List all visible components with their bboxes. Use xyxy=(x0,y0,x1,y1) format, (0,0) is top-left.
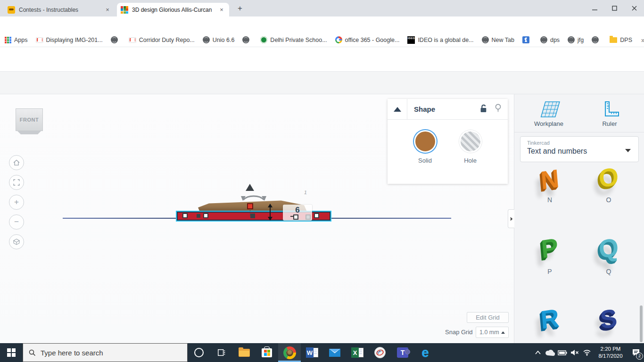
solid-color-swatch[interactable] xyxy=(414,130,437,153)
bookmark-item[interactable]: Corridor Duty Repo... xyxy=(129,37,195,43)
volume-muted-icon[interactable] xyxy=(569,343,581,362)
ruler-tool[interactable] xyxy=(602,100,620,121)
shape-letter-p[interactable]: P xyxy=(526,229,573,267)
taskbar-snipping-tool[interactable] xyxy=(369,343,391,362)
hole-option[interactable]: Hole xyxy=(459,130,482,164)
chevron-right-icon xyxy=(509,217,512,220)
start-button[interactable] xyxy=(0,343,23,362)
bookmark-item[interactable] xyxy=(111,36,121,43)
bookmark-item[interactable]: dps xyxy=(540,36,560,43)
apps-grid-icon xyxy=(5,37,11,43)
task-view-icon xyxy=(217,348,226,357)
view-cube[interactable]: FRONT xyxy=(16,108,43,131)
instructables-favicon-icon xyxy=(8,6,15,14)
taskbar-search[interactable] xyxy=(23,343,188,362)
hole-swatch[interactable] xyxy=(459,130,482,153)
shape-letter-o[interactable]: O xyxy=(585,158,632,196)
panel-collapse-handle[interactable] xyxy=(508,209,514,228)
snap-grid-dropdown[interactable]: 1.0 mm xyxy=(476,327,509,338)
collapse-panel-button[interactable] xyxy=(388,99,407,120)
taskbar-chrome-active[interactable] xyxy=(278,343,301,362)
panel-tools-row: Workplane Ruler xyxy=(514,94,644,132)
windows-logo-icon xyxy=(7,348,16,357)
tab-tinkercad[interactable]: 3D design Glorious Allis-Curcan × xyxy=(117,3,229,16)
scale-handle[interactable] xyxy=(314,213,319,218)
bird-icon xyxy=(522,36,529,43)
taskbar-store[interactable] xyxy=(256,343,278,362)
zoom-out-button[interactable]: − xyxy=(9,214,24,230)
zoom-in-button[interactable]: + xyxy=(9,195,24,210)
fit-view-button[interactable] xyxy=(9,175,24,190)
folder-icon xyxy=(610,37,617,43)
window-minimize-button[interactable] xyxy=(585,0,604,16)
top-scale-handle[interactable] xyxy=(247,203,253,209)
search-input[interactable] xyxy=(41,349,173,357)
onedrive-icon[interactable] xyxy=(544,343,556,362)
workplane-label: Workplane xyxy=(525,120,572,127)
new-tab-button[interactable]: + xyxy=(235,3,245,14)
globe-icon xyxy=(540,36,547,43)
bookmark-item[interactable]: Displaying IMG-201... xyxy=(36,37,103,43)
home-view-button[interactable] xyxy=(9,155,24,170)
shape-label: N xyxy=(526,196,573,204)
solid-option[interactable]: Solid xyxy=(414,130,437,164)
height-arrow[interactable] xyxy=(266,204,274,222)
scale-handle[interactable] xyxy=(203,213,208,218)
window-maximize-button[interactable] xyxy=(604,0,624,16)
rotate-handle[interactable] xyxy=(239,191,268,204)
perspective-toggle-button[interactable] xyxy=(9,234,24,249)
bookmark-item[interactable] xyxy=(522,36,532,43)
taskbar-clock[interactable]: 2:20 PM 8/17/2020 xyxy=(595,346,626,360)
cortana-button[interactable] xyxy=(188,343,210,362)
taskbar-teams[interactable]: T xyxy=(391,343,414,362)
midpoint-handle[interactable] xyxy=(197,214,200,218)
lightbulb-icon[interactable] xyxy=(494,103,502,115)
workplane-tool[interactable] xyxy=(539,100,560,122)
taskbar-edge[interactable]: e xyxy=(414,343,437,362)
action-center-button[interactable]: 2 xyxy=(628,343,644,362)
bookmark-item[interactable]: IDEOIDEO is a global de... xyxy=(407,36,473,44)
snipping-tool-icon xyxy=(374,347,386,358)
wifi-icon[interactable] xyxy=(581,343,593,362)
scale-handle[interactable] xyxy=(293,214,298,220)
bookmark-folder-dps[interactable]: DPS xyxy=(610,37,632,43)
system-tray: 2:20 PM 8/17/2020 2 xyxy=(532,343,644,362)
taskbar-excel[interactable]: X xyxy=(346,343,369,362)
taskbar-mail[interactable] xyxy=(323,343,346,362)
taskbar-file-explorer[interactable] xyxy=(233,343,256,362)
shape-letter-q[interactable]: Q xyxy=(585,229,632,267)
edit-grid-button[interactable]: Edit Grid xyxy=(467,312,509,323)
shape-letter-n[interactable]: N xyxy=(526,160,573,198)
shape-letter-r[interactable]: R xyxy=(526,300,573,337)
bookmark-item[interactable]: office 365 - Google... xyxy=(335,36,400,43)
midpoint-handle[interactable] xyxy=(250,214,255,218)
bookmark-apps[interactable]: Apps xyxy=(5,37,28,43)
battery-icon[interactable] xyxy=(556,343,569,362)
bookmarks-overflow-icon[interactable]: » xyxy=(641,36,644,44)
tab-close-icon[interactable]: × xyxy=(104,6,111,14)
bookmark-item[interactable] xyxy=(242,36,252,43)
scale-handle[interactable] xyxy=(305,214,311,220)
bookmark-item[interactable]: Delhi Private Schoo... xyxy=(260,36,327,43)
tab-instructables[interactable]: Contests - Instructables × xyxy=(4,3,115,16)
ruler-label: Ruler xyxy=(586,120,633,127)
raise-cone-handle[interactable] xyxy=(246,180,254,191)
task-view-button[interactable] xyxy=(210,343,233,362)
excel-icon: X xyxy=(351,347,363,358)
panel-scrollbar[interactable] xyxy=(640,305,643,342)
globe-icon xyxy=(203,36,210,43)
word-icon: W xyxy=(306,347,318,358)
bookmark-item[interactable]: jfg xyxy=(568,36,584,43)
tray-chevron-icon[interactable] xyxy=(532,343,544,362)
edge-icon: e xyxy=(421,346,429,359)
window-close-button[interactable] xyxy=(624,0,644,16)
dimension-value[interactable]: 6 xyxy=(295,206,299,215)
bookmark-item[interactable]: New Tab xyxy=(482,36,514,43)
unlock-icon[interactable] xyxy=(479,104,487,115)
bookmark-item[interactable] xyxy=(592,36,602,43)
taskbar-word[interactable]: W xyxy=(301,343,323,362)
bookmark-item[interactable]: Unio 6.6 xyxy=(203,36,235,43)
scale-handle[interactable] xyxy=(182,213,188,218)
shape-letter-s[interactable]: S xyxy=(585,300,632,337)
tab-close-icon[interactable]: × xyxy=(218,6,225,14)
